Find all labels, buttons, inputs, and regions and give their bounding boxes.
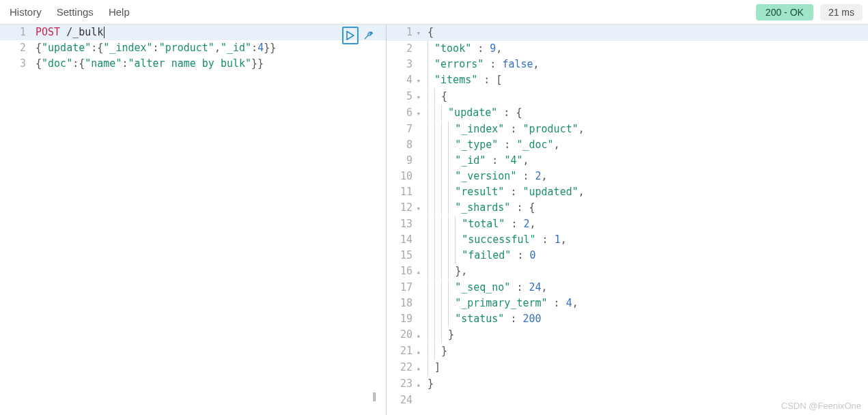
action-bar [342,27,376,44]
editor-line: 19 "status" : 200 [387,311,868,327]
panes: 1POST /_bulk2{"update":{"_index":"produc… [0,25,868,415]
code-content: "_version" : 2, [425,169,868,184]
options-button[interactable] [360,27,376,44]
play-icon [346,31,354,40]
line-number: 13 [387,216,425,232]
editor-line: 6▾ "update" : { [387,105,868,121]
code-content: ] [425,360,868,375]
fold-marker[interactable]: ▴ [414,264,421,280]
editor-line[interactable]: 3{"doc":{"name":"alter name by bulk"}} [0,56,386,72]
status-badge: 200 - OK [756,4,813,20]
code-content: "_id" : "4", [425,153,868,169]
code-content[interactable]: {"update":{"_index":"product","_id":4}} [33,40,386,56]
editor-line: 21▴ } [387,343,868,360]
editor-line: 13 "total" : 2, [387,216,868,232]
code-content[interactable]: {"doc":{"name":"alter name by bulk"}} [33,56,386,72]
line-number: 16▴ [387,263,425,280]
editor-line: 2 "took" : 9, [387,41,868,57]
line-number: 1 [0,25,33,40]
line-number: 20▴ [387,327,425,343]
editor-line: 22▴ ] [387,360,868,376]
editor-line: 20▴ } [387,327,868,343]
header-bar: History Settings Help 200 - OK 21 ms [0,0,868,25]
editor-line: 8 "_type" : "_doc", [387,137,868,153]
line-number: 18 [387,296,425,311]
code-content: "errors" : false, [425,57,868,72]
fold-marker[interactable]: ▾ [414,73,421,89]
line-number: 12▾ [387,200,425,216]
code-content: "total" : 2, [425,216,868,232]
editor-line: 4▾ "items" : [ [387,72,868,89]
fold-marker[interactable]: ▾ [414,201,421,216]
line-number: 15 [387,248,425,263]
fold-marker[interactable]: ▴ [414,377,421,392]
line-number: 7 [387,121,425,137]
code-content: { [425,89,868,104]
code-content: "successful" : 1, [425,232,868,248]
editor-line: 17 "_seq_no" : 24, [387,280,868,296]
header-right: 200 - OK 21 ms [756,4,863,20]
line-number: 21▴ [387,343,425,360]
line-number: 19 [387,311,425,327]
wrench-icon [363,30,374,41]
line-number: 10 [387,169,425,184]
code-content[interactable]: POST /_bulk [33,25,386,40]
fold-marker[interactable]: ▴ [414,344,421,360]
fold-marker[interactable]: ▾ [414,25,421,41]
editor-line: 12▾ "_shards" : { [387,200,868,216]
line-number: 3 [387,57,425,72]
code-content: "result" : "updated", [425,184,868,200]
editor-line: 10 "_version" : 2, [387,169,868,184]
editor-line[interactable]: 1POST /_bulk [0,25,386,40]
code-content: } [425,343,868,359]
editor-line: 18 "_primary_term" : 4, [387,296,868,311]
line-number: 22▴ [387,360,425,376]
line-number: 9 [387,153,425,169]
code-content: "_type" : "_doc", [425,137,868,153]
line-number: 1▾ [387,25,425,41]
request-pane[interactable]: 1POST /_bulk2{"update":{"_index":"produc… [0,25,386,415]
fold-marker[interactable]: ▴ [414,360,421,376]
editor-line: 5▾ { [387,89,868,105]
menu-settings[interactable]: Settings [57,6,94,18]
fold-marker[interactable]: ▾ [414,106,421,121]
code-content: "_primary_term" : 4, [425,296,868,311]
fold-marker[interactable]: ▴ [414,328,421,343]
editor-line: 16▴ }, [387,263,868,280]
editor-line: 3 "errors" : false, [387,57,868,72]
line-number: 4▾ [387,72,425,89]
code-content: "took" : 9, [425,41,868,57]
code-content: "failed" : 0 [425,248,868,263]
code-content: "_index" : "product", [425,121,868,137]
editor-line: 23▴} [387,376,868,392]
time-badge: 21 ms [820,4,863,20]
response-editor: 1▾{2 "took" : 9,3 "errors" : false,4▾ "i… [387,25,868,408]
code-content: } [425,327,868,343]
code-content: "_shards" : { [425,200,868,216]
line-number: 17 [387,280,425,296]
menu: History Settings Help [5,6,130,18]
line-number: 3 [0,56,33,72]
editor-line: 1▾{ [387,25,868,41]
editor-line[interactable]: 2{"update":{"_index":"product","_id":4}} [0,40,386,56]
line-number: 23▴ [387,376,425,392]
menu-help[interactable]: Help [109,6,130,18]
request-editor[interactable]: 1POST /_bulk2{"update":{"_index":"produc… [0,25,386,72]
line-number: 24 [387,392,425,408]
menu-history[interactable]: History [10,6,42,18]
line-number: 2 [387,41,425,57]
code-content: } [425,376,868,392]
watermark: CSDN @FeenixOne [781,401,861,411]
editor-line: 14 "successful" : 1, [387,232,868,248]
line-number: 14 [387,232,425,248]
code-content: { [425,25,868,40]
line-number: 11 [387,184,425,200]
run-button[interactable] [342,27,359,44]
code-content: }, [425,263,868,279]
splitter-handle-icon[interactable]: ‖ [372,391,376,401]
code-content: "items" : [ [425,72,868,88]
response-pane[interactable]: 1▾{2 "took" : 9,3 "errors" : false,4▾ "i… [387,25,868,415]
fold-marker[interactable]: ▾ [414,89,421,105]
editor-line: 11 "result" : "updated", [387,184,868,200]
line-number: 8 [387,137,425,153]
